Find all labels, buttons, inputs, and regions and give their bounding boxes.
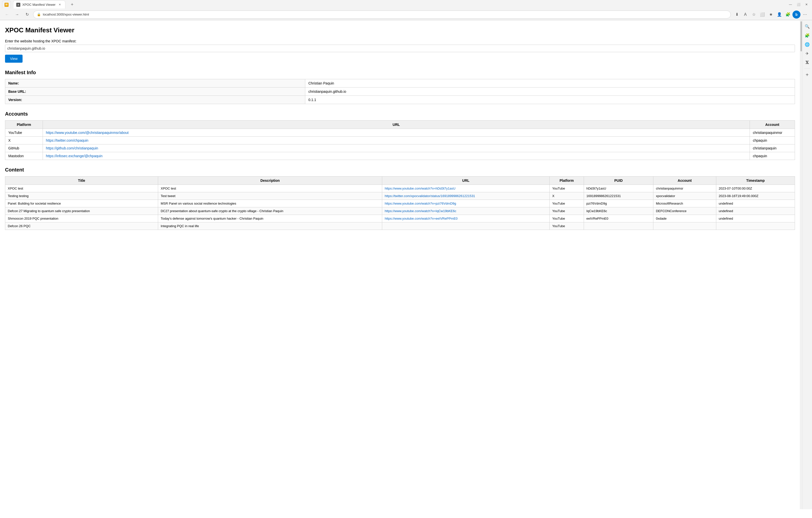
reader-mode-button[interactable]: A: [741, 10, 749, 19]
list-item: Shmoocon 2019 PQC presentation Today's d…: [5, 215, 795, 222]
content-url[interactable]: https://www.youtube.com/watch?v=pzi76Vdm…: [382, 200, 550, 207]
url-bar[interactable]: 🔒 localhost:3000/xpoc-viewer.html: [33, 10, 731, 19]
scrollbar-thumb[interactable]: [801, 21, 802, 51]
account-cell: chpaquin: [750, 137, 795, 144]
scrollbar[interactable]: [800, 20, 802, 509]
bing-button[interactable]: b: [792, 10, 801, 19]
url-cell[interactable]: https://infosec.exchange/@chpaquin: [43, 152, 750, 160]
new-tab-button[interactable]: +: [68, 1, 76, 8]
favorites-button[interactable]: ☆: [750, 10, 758, 19]
content-account: xpocvalidator: [654, 192, 716, 200]
split-screen-button[interactable]: ⬜: [758, 10, 766, 19]
list-item: Mastodon https://infosec.exchange/@chpaq…: [5, 152, 795, 160]
content-account: MicrosoftResearch: [654, 200, 716, 207]
url-cell[interactable]: https://twitter.com/chpaquin: [43, 137, 750, 144]
manifest-section-title: Manifest Info: [5, 70, 795, 76]
table-row: Version: 0.1.1: [5, 96, 795, 104]
accounts-header-row: Platform URL Account: [5, 120, 795, 129]
list-item: Testing testing Test tweet https://twitt…: [5, 192, 795, 200]
maximize-button[interactable]: ⬜: [795, 1, 802, 8]
content-url[interactable]: https://www.youtube.com/watch?v=IqCw19bK…: [382, 207, 550, 215]
content-puid: [584, 222, 653, 230]
extensions-button[interactable]: 🧩: [784, 10, 792, 19]
platform-cell: GitHub: [5, 144, 43, 152]
url-header: URL: [43, 120, 750, 129]
address-bar: ← → ↻ 🔒 localhost:3000/xpoc-viewer.html …: [0, 9, 812, 20]
lock-icon: 🔒: [37, 12, 41, 16]
content-puid: pzi76VdmD9g: [584, 200, 653, 207]
tab-close-button[interactable]: ✕: [58, 2, 62, 7]
content-table: Title Description URL Platform PUID Acco…: [5, 176, 795, 230]
sidebar-search-icon[interactable]: 🔍: [803, 22, 811, 30]
menu-button[interactable]: ⋯: [801, 10, 809, 19]
content-timestamp: undefined: [716, 207, 795, 215]
content-puid: 1691899986261221531: [584, 192, 653, 200]
content-description: MSR Panel on various social resilience t…: [158, 200, 382, 207]
active-tab-label: XPOC Manifest Viewer: [22, 3, 56, 6]
content-section-title: Content: [5, 167, 795, 173]
window-controls: — ⬜ ✕: [787, 1, 810, 8]
content-platform: YouTube: [550, 215, 584, 222]
url-header: URL: [382, 176, 550, 185]
content-description: Integrating PQC in real life: [158, 222, 382, 230]
sidebar-edge-icon[interactable]: 🌐: [803, 40, 811, 48]
profile-button[interactable]: 👤: [775, 10, 783, 19]
reload-button[interactable]: ↻: [23, 10, 31, 19]
platform-cell: YouTube: [5, 129, 43, 137]
downloads-button[interactable]: ⬇: [733, 10, 741, 19]
content-title: Defcon 27 Migrating to quantum safe cryp…: [5, 207, 158, 215]
content-url-link[interactable]: https://www.youtube.com/watch?v=IqCw19bK…: [385, 209, 456, 213]
content-url-link[interactable]: https://www.youtube.com/watch?v=pzi76Vdm…: [385, 201, 456, 206]
content-url[interactable]: https://www.youtube.com/watch?v=hDd3t7y1…: [382, 185, 550, 192]
content-description: Test tweet: [158, 192, 382, 200]
list-item: Defcon 26 PQC Integrating PQC in real li…: [5, 222, 795, 230]
sidebar-collections-icon[interactable]: 🧩: [803, 31, 811, 39]
sidebar-plane-icon[interactable]: ✈: [803, 49, 811, 57]
content-url[interactable]: [382, 222, 550, 230]
content-title: Defcon 26 PQC: [5, 222, 158, 230]
content-account: DEFCONConference: [654, 207, 716, 215]
content-timestamp: 2023-07-10T00:00:00Z: [716, 185, 795, 192]
base-url-value: christianpaquin.github.io: [305, 87, 795, 96]
close-button[interactable]: ✕: [803, 1, 810, 8]
content-url-link[interactable]: https://twitter.com/xpocvalidator/status…: [385, 194, 475, 198]
collections-button[interactable]: ★: [767, 10, 775, 19]
sidebar-x-icon[interactable]: 𝕏: [803, 58, 811, 66]
account-header: Account: [654, 176, 716, 185]
browser-layout: XPOC Manifest Viewer Enter the website h…: [0, 20, 812, 509]
content-timestamp: 2023-08-16T19:49:00.000Z: [716, 192, 795, 200]
title-header: Title: [5, 176, 158, 185]
content-url[interactable]: https://www.youtube.com/watch?v=eeIVRePP…: [382, 215, 550, 222]
view-button[interactable]: View: [5, 55, 23, 63]
manifest-info-table: Name: Christian Paquin Base URL: christi…: [5, 79, 795, 104]
content-puid: eeIVRePPmE0: [584, 215, 653, 222]
forward-button[interactable]: →: [13, 10, 21, 19]
manifest-url-input[interactable]: [5, 45, 795, 52]
content-title: Shmoocon 2019 PQC presentation: [5, 215, 158, 222]
sidebar-add-icon[interactable]: +: [803, 71, 811, 79]
content-url-link[interactable]: https://www.youtube.com/watch?v=eeIVRePP…: [385, 217, 458, 220]
content-url-link[interactable]: https://www.youtube.com/watch?v=hDd3t7y1…: [385, 187, 455, 190]
url-cell[interactable]: https://github.com/christianpaquin: [43, 144, 750, 152]
active-tab[interactable]: X XPOC Manifest Viewer ✕: [13, 0, 65, 8]
list-item: GitHub https://github.com/christianpaqui…: [5, 144, 795, 152]
content-title: XPOC test: [5, 185, 158, 192]
minimize-button[interactable]: —: [787, 1, 794, 8]
main-content: XPOC Manifest Viewer Enter the website h…: [0, 20, 800, 509]
list-item: YouTube https://www.youtube.com/@christi…: [5, 129, 795, 137]
pinned-tab[interactable]: W: [2, 0, 11, 8]
account-cell: chpaquin: [750, 152, 795, 160]
url-text: localhost:3000/xpoc-viewer.html: [43, 12, 727, 16]
list-item: Panel: Building for societal resilience …: [5, 200, 795, 207]
url-cell[interactable]: https://www.youtube.com/@christianpaquin…: [43, 129, 750, 137]
account-cell: christianpaquinmsr: [750, 129, 795, 137]
content-url[interactable]: https://twitter.com/xpocvalidator/status…: [382, 192, 550, 200]
name-value: Christian Paquin: [305, 79, 795, 87]
active-tab-favicon: X: [16, 3, 20, 7]
content-title: Testing testing: [5, 192, 158, 200]
list-item: X https://twitter.com/chpaquin chpaquin: [5, 137, 795, 144]
content-title: Panel: Building for societal resilience: [5, 200, 158, 207]
back-button[interactable]: ←: [3, 10, 11, 19]
platform-cell: Mastodon: [5, 152, 43, 160]
list-item: XPOC test XPOC test https://www.youtube.…: [5, 185, 795, 192]
